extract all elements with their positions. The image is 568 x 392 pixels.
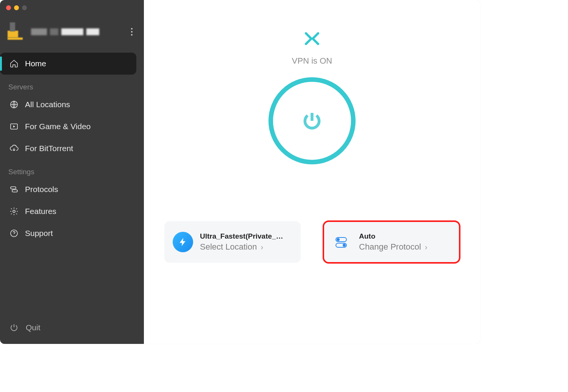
sidebar-item-label: Protocols [25,185,58,194]
app-logo-icon [304,30,320,47]
sidebar-item-home[interactable]: Home [0,53,136,75]
window-minimize-button[interactable] [14,5,19,10]
sidebar-item-protocols[interactable]: Protocols [0,178,136,200]
location-title: Ultra_Fastest(Private_… [200,232,292,241]
sidebar: Home Servers All Locations For Game & Vi… [0,0,144,344]
profile-name-redacted [31,27,123,36]
window-close-button[interactable] [6,5,11,10]
svg-point-4 [13,210,15,212]
profile-row [0,10,144,49]
sidebar-item-label: All Locations [25,100,70,109]
svg-rect-2 [11,187,16,189]
app-window: Home Servers All Locations For Game & Vi… [0,0,480,344]
power-icon [9,323,19,333]
svg-point-6 [14,235,14,235]
svg-rect-3 [12,190,17,192]
sidebar-item-label: For Game & Video [25,122,91,131]
sidebar-item-support[interactable]: Support [0,222,136,244]
sidebar-item-label: Support [25,229,53,238]
svg-point-8 [337,239,339,241]
help-icon [9,228,19,238]
select-location-card[interactable]: Ultra_Fastest(Private_… Select Location … [164,221,301,263]
power-icon [301,110,323,131]
protocol-title: Auto [359,232,451,241]
quit-label: Quit [26,323,41,332]
vpn-toggle-button[interactable] [268,77,356,164]
chevron-right-icon: › [261,243,263,251]
sidebar-item-label: Home [25,59,46,68]
card-text: Auto Change Protocol › [359,232,451,252]
sidebar-item-game-video[interactable]: For Game & Video [0,116,136,137]
play-square-icon [9,122,19,131]
change-protocol-card[interactable]: Auto Change Protocol › [323,221,460,263]
action-cards: Ultra_Fastest(Private_… Select Location … [164,221,460,263]
quit-button[interactable]: Quit [0,315,144,344]
chevron-right-icon: › [425,243,428,251]
bolt-icon [173,232,193,252]
toggles-icon [9,184,19,194]
home-icon [9,59,19,69]
avatar [8,22,27,41]
window-controls [0,0,144,10]
sidebar-item-label: Features [25,207,56,216]
cloud-download-icon [9,144,19,153]
sidebar-item-features[interactable]: Features [0,200,136,222]
sidebar-item-label: For BitTorrent [25,144,73,153]
toggles-icon [332,232,352,252]
sidebar-section-servers: Servers [0,75,141,94]
svg-point-10 [343,244,345,247]
profile-menu-button[interactable] [127,27,136,37]
globe-icon [9,100,19,109]
window-zoom-button[interactable] [22,5,27,10]
gear-icon [9,206,19,216]
card-text: Ultra_Fastest(Private_… Select Location … [200,232,292,252]
sidebar-item-all-locations[interactable]: All Locations [0,94,136,116]
location-subtitle: Select Location [200,242,257,252]
sidebar-section-settings: Settings [0,159,141,178]
main-panel: VPN is ON Ultra_Fastest(Private_… Select… [144,0,480,344]
protocol-subtitle: Change Protocol [359,242,421,252]
vpn-status-text: VPN is ON [292,56,332,66]
sidebar-item-bittorrent[interactable]: For BitTorrent [0,137,136,159]
sidebar-nav: Home Servers All Locations For Game & Vi… [0,49,144,244]
